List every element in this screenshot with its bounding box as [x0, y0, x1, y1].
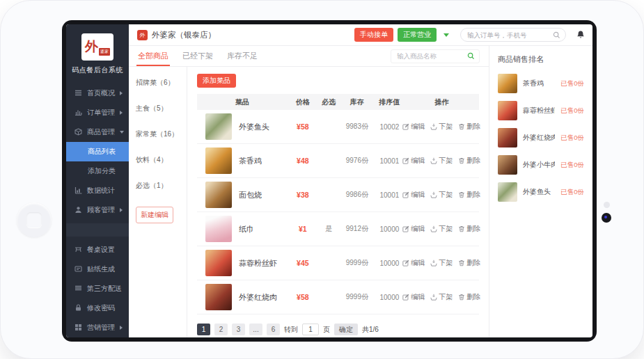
edit-button[interactable]: 编辑: [402, 156, 425, 166]
delete-button[interactable]: 删除: [458, 258, 480, 268]
sidebar-item-label: 顾客管理: [87, 205, 115, 215]
edit-button[interactable]: 编辑: [402, 258, 425, 268]
new-edit-button[interactable]: 新建编辑: [136, 207, 173, 223]
dish-image: [498, 101, 517, 120]
delete-button[interactable]: 删除: [458, 156, 480, 166]
off-shelf-button[interactable]: 下架: [430, 190, 453, 200]
dish-required: 是: [318, 224, 339, 234]
edit-button[interactable]: 编辑: [402, 292, 425, 302]
edit-button[interactable]: 编辑: [402, 224, 425, 234]
category-item-staple[interactable]: 主食（5）: [136, 104, 180, 113]
order-search-input[interactable]: [466, 31, 553, 40]
dish-price: ¥38: [288, 191, 319, 199]
dish-price: ¥45: [288, 259, 319, 267]
off-shelf-button[interactable]: 下架: [430, 258, 453, 268]
status-chevron-down-icon[interactable]: [443, 33, 449, 37]
sidebar-item-label: 首页概况: [87, 88, 115, 98]
sidebar-item-statistics[interactable]: 数据统计: [66, 181, 129, 200]
dish-image: [498, 74, 517, 93]
category-item-homestyle[interactable]: 家常菜（16）: [136, 129, 180, 139]
tab-low-stock[interactable]: 库存不足: [227, 46, 258, 66]
add-product-button[interactable]: 添加菜品: [197, 74, 236, 88]
goto-page-input[interactable]: [302, 324, 319, 335]
ranking-sold-count: 已售0份: [560, 106, 584, 115]
dish-name: 面包烧: [239, 190, 262, 200]
sidebar-item-marketing[interactable]: 营销管理: [66, 318, 129, 337]
ranking-sold-count: 已售0份: [560, 79, 584, 88]
trash-icon: [458, 260, 465, 266]
trash-icon: [458, 225, 465, 232]
sidebar-item-home[interactable]: 首页概况: [66, 83, 129, 103]
brand-logo-char: 外: [85, 38, 98, 56]
dish-image: [498, 182, 517, 202]
page-button-ellipsis[interactable]: ...: [249, 324, 262, 335]
confirm-page-button[interactable]: 确定: [334, 324, 358, 335]
manual-order-button[interactable]: 手动接单: [354, 28, 393, 42]
sidebar-item-label: 订单管理: [87, 108, 115, 118]
sidebar-item-table-settings[interactable]: 餐桌设置: [66, 240, 129, 260]
sidebar-item-product-list[interactable]: 商品列表: [66, 142, 129, 161]
edit-icon: [402, 260, 409, 266]
dish-name: 蒜蓉粉丝虾: [239, 258, 277, 269]
home-button-square: [26, 212, 42, 228]
sidebar-item-sticker-generate[interactable]: 贴纸生成: [66, 260, 129, 279]
page-button-1[interactable]: 1: [197, 324, 210, 335]
chevron-right-icon: [120, 326, 123, 330]
center-panel: 全部商品 已经下架 库存不足 招牌菜（6） 主食（5）: [129, 46, 489, 337]
sidebar-item-label: 餐桌设置: [87, 245, 123, 255]
sidebar-item-third-party-delivery[interactable]: 第三方配送: [66, 279, 129, 298]
notification-bell-icon[interactable]: [576, 30, 586, 40]
goto-label: 转到: [284, 325, 298, 335]
business-status-button[interactable]: 正常营业: [398, 28, 437, 42]
product-search-box: [391, 49, 480, 63]
page-button-6[interactable]: 6: [267, 324, 280, 335]
off-shelf-icon: [430, 123, 437, 130]
home-button[interactable]: [17, 202, 52, 237]
page-button-2[interactable]: 2: [214, 324, 228, 335]
camera: [602, 213, 611, 223]
tab-all-products[interactable]: 全部商品: [138, 46, 168, 66]
category-item-required[interactable]: 必选（1）: [136, 181, 180, 191]
edit-button[interactable]: 编辑: [402, 122, 425, 131]
delete-button[interactable]: 删除: [458, 224, 480, 234]
ranking-item: 外婆红烧肉 已售0份: [498, 128, 584, 147]
edit-button[interactable]: 编辑: [402, 190, 425, 200]
delete-button[interactable]: 删除: [458, 190, 480, 200]
main-area: 外 外婆家（银泰店） 手动接单 正常营业: [129, 24, 592, 337]
chevron-down-icon: [120, 131, 124, 134]
off-shelf-icon: [430, 225, 437, 232]
tab-off-shelf[interactable]: 已经下架: [182, 46, 213, 66]
dish-price: ¥1: [288, 225, 319, 233]
off-shelf-button[interactable]: 下架: [430, 156, 453, 166]
delete-button[interactable]: 删除: [458, 122, 480, 131]
delete-button[interactable]: 删除: [458, 292, 480, 302]
product-search-input[interactable]: [395, 51, 467, 61]
off-shelf-button[interactable]: 下架: [430, 122, 453, 131]
category-panel: 招牌菜（6） 主食（5） 家常菜（16） 饮料（4） 必选（1） 新建编辑: [129, 67, 187, 337]
dish-image: [205, 250, 232, 276]
dish-image: [205, 147, 232, 174]
category-item-drinks[interactable]: 饮料（4）: [136, 155, 180, 165]
order-search-box: [460, 28, 566, 42]
sidebar-item-products[interactable]: 商品管理: [66, 122, 129, 142]
sidebar-item-add-category[interactable]: 添加分类: [66, 161, 129, 181]
off-shelf-button[interactable]: 下架: [430, 224, 453, 234]
page-button-3[interactable]: 3: [232, 324, 245, 335]
chevron-right-icon: [120, 91, 123, 95]
dish-name: 外婆鱼头: [239, 122, 269, 132]
dish-sort-value: 10000: [375, 294, 405, 301]
dish-image: [205, 284, 232, 310]
sidebar-item-label: 营销管理: [87, 323, 115, 333]
sidebar-item-orders[interactable]: 订单管理: [66, 103, 129, 122]
sidebar-item-change-password[interactable]: 修改密码: [66, 298, 129, 318]
off-shelf-button[interactable]: 下架: [430, 292, 453, 302]
dish-sort-value: 10000: [375, 260, 405, 267]
category-item-signature[interactable]: 招牌菜（6）: [136, 78, 180, 88]
product-search-icon[interactable]: [467, 52, 475, 60]
table-row: 外婆鱼头 ¥58 9983份 10002 编辑 下架 删除: [197, 110, 479, 144]
ranking-item: 外婆小牛肉 已售0份: [498, 155, 584, 175]
sidebar-item-customers[interactable]: 顾客管理: [66, 200, 129, 220]
dish-image: [205, 113, 232, 140]
search-icon[interactable]: [553, 31, 560, 39]
tab-bar: 全部商品 已经下架 库存不足: [129, 46, 489, 67]
